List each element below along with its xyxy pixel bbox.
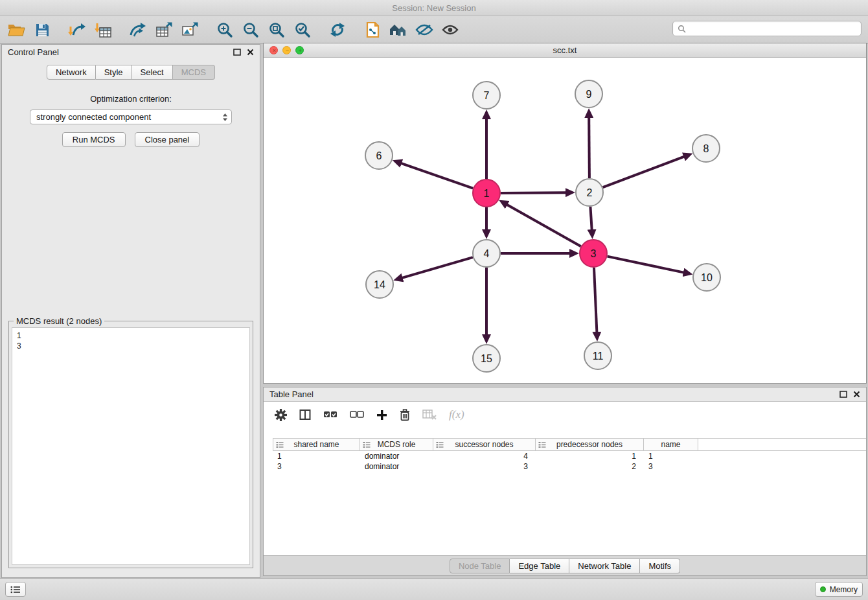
combo-stepper-icon — [222, 113, 228, 122]
run-mcds-button[interactable]: Run MCDS — [62, 132, 126, 147]
zoom-selected-button[interactable] — [291, 18, 314, 41]
delete-table-button[interactable] — [422, 410, 437, 420]
zoom-fit-button[interactable] — [266, 18, 288, 41]
svg-text:4: 4 — [484, 248, 490, 259]
float-panel-button[interactable] — [233, 49, 241, 56]
deselect-all-columns-button[interactable] — [350, 410, 364, 420]
tab-mcds[interactable]: MCDS — [173, 65, 215, 80]
close-panel-action-button[interactable]: Close panel — [135, 132, 200, 147]
table-row[interactable]: 1 dominator 4 1 1 — [273, 451, 866, 461]
graph-edge-3-1[interactable] — [507, 205, 580, 247]
tab-select[interactable]: Select — [132, 65, 173, 80]
export-image-button[interactable] — [179, 18, 201, 41]
column-options-icon — [436, 441, 444, 450]
network-canvas[interactable]: 1234678910111415 — [264, 58, 866, 383]
select-all-columns-button[interactable] — [323, 410, 337, 420]
maximize-window-button[interactable] — [295, 46, 304, 54]
home-button[interactable] — [387, 18, 409, 41]
cell-mcds-role[interactable]: dominator — [360, 462, 433, 471]
table-row[interactable]: 3 dominator 3 2 3 — [273, 461, 866, 472]
graph-node-7[interactable]: 7 — [473, 82, 500, 109]
tab-motifs[interactable]: Motifs — [640, 559, 680, 573]
tab-style[interactable]: Style — [96, 65, 132, 80]
mcds-result-group: MCDS result (2 nodes) 1 3 — [8, 321, 253, 568]
tab-edge-table[interactable]: Edge Table — [510, 559, 569, 573]
annotations-button[interactable] — [361, 18, 383, 41]
zoom-in-button[interactable] — [214, 18, 236, 41]
zoom-out-button[interactable] — [240, 18, 262, 41]
svg-text:6: 6 — [376, 150, 382, 161]
add-column-button[interactable] — [376, 410, 387, 421]
import-table-button[interactable] — [92, 18, 114, 41]
function-builder-button[interactable]: f(x) — [449, 408, 464, 421]
float-table-panel-button[interactable] — [839, 391, 847, 398]
column-header-shared-name[interactable]: shared name — [273, 439, 360, 450]
cell-successor-nodes[interactable]: 3 — [433, 462, 536, 471]
graph-node-2[interactable]: 2 — [576, 179, 603, 206]
column-header-successor-nodes[interactable]: successor nodes — [433, 439, 536, 450]
cell-successor-nodes[interactable]: 4 — [433, 452, 536, 461]
graph-edge-2-8[interactable] — [603, 157, 685, 188]
graph-edge-2-3[interactable] — [590, 207, 591, 230]
column-header-name[interactable]: name — [644, 439, 698, 450]
column-label: name — [661, 440, 680, 449]
minimize-window-button[interactable] — [282, 46, 291, 54]
save-session-button[interactable] — [31, 18, 53, 41]
graph-edge-2-9[interactable] — [589, 117, 589, 178]
graph-node-1[interactable]: 1 — [473, 179, 500, 207]
search-input[interactable] — [689, 24, 856, 33]
import-network-button[interactable] — [66, 18, 88, 41]
task-history-button[interactable] — [5, 582, 26, 597]
tab-network-table[interactable]: Network Table — [569, 559, 640, 573]
graph-node-9[interactable]: 9 — [575, 80, 602, 108]
cell-mcds-role[interactable]: dominator — [360, 452, 433, 461]
new-network-button[interactable] — [127, 18, 149, 41]
graph-node-6[interactable]: 6 — [365, 142, 393, 169]
tab-network[interactable]: Network — [47, 65, 96, 80]
show-columns-button[interactable] — [299, 409, 311, 421]
graph-node-8[interactable]: 8 — [692, 135, 720, 162]
close-panel-button[interactable] — [247, 49, 254, 56]
control-panel-title: Control Panel — [8, 47, 59, 57]
refresh-layout-button[interactable] — [326, 18, 348, 41]
graphics-details-button[interactable] — [413, 18, 435, 41]
optimization-criterion-select[interactable]: strongly connected component — [30, 110, 232, 124]
close-table-panel-button[interactable] — [853, 391, 860, 398]
graph-edge-1-2[interactable] — [501, 192, 566, 193]
cell-name[interactable]: 3 — [644, 462, 698, 471]
graph-edge-4-14[interactable] — [402, 257, 473, 278]
close-window-button[interactable] — [269, 46, 278, 54]
column-header-predecessor-nodes[interactable]: predecessor nodes — [536, 439, 644, 450]
memory-button[interactable]: Memory — [815, 582, 863, 597]
zoom-in-icon — [216, 21, 233, 38]
graph-edge-1-6[interactable] — [401, 163, 473, 189]
cell-shared-name[interactable]: 1 — [273, 452, 360, 461]
graph-node-3[interactable]: 3 — [580, 240, 607, 267]
column-header-mcds-role[interactable]: MCDS role — [360, 439, 433, 450]
plus-icon — [376, 410, 387, 421]
table-panel-header: Table Panel — [264, 387, 866, 402]
columns-icon — [299, 409, 311, 421]
window-titlebar: Session: New Session — [0, 0, 868, 16]
graph-node-10[interactable]: 10 — [693, 264, 720, 291]
cell-predecessor-nodes[interactable]: 1 — [536, 452, 644, 461]
graph-node-4[interactable]: 4 — [473, 240, 500, 267]
tab-node-table[interactable]: Node Table — [450, 559, 510, 573]
open-session-button[interactable] — [5, 18, 27, 41]
delete-column-button[interactable] — [400, 409, 410, 421]
cell-shared-name[interactable]: 3 — [273, 462, 360, 471]
toolbar-search-field[interactable] — [672, 21, 862, 36]
graph-node-15[interactable]: 15 — [473, 345, 500, 372]
graph-edge-3-11[interactable] — [594, 268, 597, 332]
graph-edge-3-10[interactable] — [608, 257, 684, 273]
mcds-result-text[interactable]: 1 3 — [12, 327, 250, 565]
table-header-row: shared name MCDS role successor nodes pr… — [273, 438, 866, 451]
cell-name[interactable]: 1 — [644, 452, 698, 461]
graph-node-14[interactable]: 14 — [366, 271, 393, 298]
eye-icon — [442, 24, 459, 36]
cell-predecessor-nodes[interactable]: 2 — [536, 462, 644, 471]
table-settings-button[interactable] — [275, 409, 287, 421]
graph-node-11[interactable]: 11 — [584, 342, 611, 369]
bird-eye-view-button[interactable] — [439, 18, 461, 41]
new-table-button[interactable] — [153, 18, 175, 41]
